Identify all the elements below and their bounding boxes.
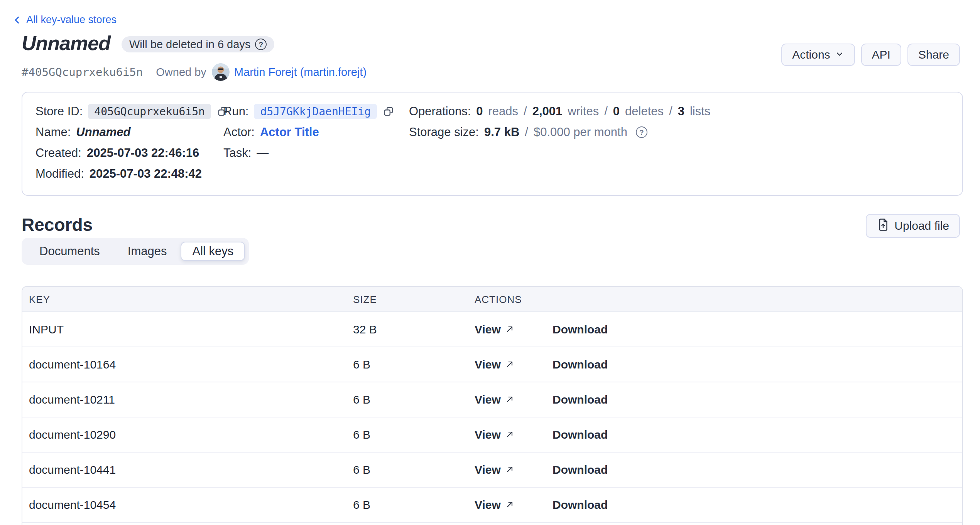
record-key: document-10454	[29, 488, 116, 522]
actions-button[interactable]: Actions	[781, 44, 855, 66]
record-size: 32 B	[353, 312, 377, 347]
upload-file-button[interactable]: Upload file	[866, 214, 960, 238]
view-link[interactable]: View	[475, 358, 514, 371]
record-size: 6 B	[353, 453, 370, 487]
download-link[interactable]: Download	[553, 463, 608, 476]
view-label: View	[475, 393, 501, 406]
tab-documents[interactable]: Documents	[25, 238, 114, 265]
task-label: Task:	[223, 146, 251, 160]
table-row: document-10454 6 B View Download	[22, 488, 962, 523]
storage-cell: Storage size: 9.7 kB / $0.000 per month …	[409, 123, 647, 141]
operations-deletes-value: 0	[613, 104, 620, 118]
share-button[interactable]: Share	[907, 44, 960, 66]
actor-cell: Actor: Actor Title	[223, 123, 319, 141]
name-label: Name:	[35, 125, 71, 139]
view-label: View	[475, 358, 501, 371]
share-button-label: Share	[918, 48, 949, 61]
operations-lists-value: 3	[678, 104, 684, 118]
back-to-stores-link[interactable]: All key-value stores	[12, 14, 117, 26]
store-meta-row: #405GQcuprxeku6i5n Owned by Martin Forej…	[22, 63, 367, 81]
record-size: 6 B	[353, 382, 370, 417]
task-cell: Task: —	[223, 144, 269, 162]
external-link-icon	[505, 393, 514, 406]
download-link[interactable]: Download	[553, 323, 608, 336]
operations-reads-unit: reads	[488, 104, 519, 118]
store-id-hash: #405GQcuprxeku6i5n	[22, 66, 143, 79]
chevron-down-icon	[835, 48, 844, 61]
api-button[interactable]: API	[861, 44, 901, 66]
operations-reads-value: 0	[476, 104, 483, 118]
record-key: document-10211	[29, 382, 115, 417]
download-link[interactable]: Download	[553, 358, 608, 371]
store-info-card: Store ID: 405GQcuprxeku6i5n Run: d5J7GKk…	[22, 92, 963, 196]
tab-all-keys[interactable]: All keys	[181, 242, 245, 261]
separator: /	[524, 104, 527, 118]
run-cell: Run: d5J7GKkjDaenHEIig	[223, 103, 394, 120]
storage-cost-value: $0.000 per month	[534, 125, 627, 139]
view-link[interactable]: View	[475, 323, 514, 336]
column-header-key: KEY	[29, 287, 50, 312]
record-key: document-10290	[29, 417, 116, 452]
page-title: Unnamed	[22, 32, 110, 55]
question-circle-icon[interactable]: ?	[255, 39, 267, 50]
view-link[interactable]: View	[475, 428, 514, 441]
actions-button-label: Actions	[792, 48, 830, 61]
external-link-icon	[505, 498, 514, 512]
back-link-label: All key-value stores	[26, 14, 117, 26]
view-label: View	[475, 463, 501, 476]
api-button-label: API	[872, 48, 890, 61]
modified-cell: Modified: 2025-07-03 22:48:42	[35, 165, 202, 183]
external-link-icon	[505, 358, 514, 371]
task-value: —	[257, 146, 269, 160]
upload-file-label: Upload file	[894, 219, 949, 232]
operations-lists-unit: lists	[690, 104, 710, 118]
external-link-icon	[505, 323, 514, 336]
view-link[interactable]: View	[475, 498, 514, 512]
download-link[interactable]: Download	[553, 428, 608, 441]
actor-label: Actor:	[223, 125, 255, 139]
table-row-partial	[22, 523, 962, 525]
copy-icon[interactable]	[383, 106, 394, 117]
external-link-icon	[505, 463, 514, 476]
operations-writes-value: 2,001	[532, 104, 563, 118]
download-link[interactable]: Download	[553, 498, 608, 512]
store-id-label: Store ID:	[35, 104, 83, 118]
operations-writes-unit: writes	[568, 104, 599, 118]
records-table: KEY SIZE ACTIONS INPUT 32 B View Downloa…	[22, 286, 963, 525]
record-key: document-10441	[29, 453, 116, 487]
modified-label: Modified:	[35, 167, 84, 181]
view-link[interactable]: View	[475, 463, 514, 476]
operations-deletes-unit: deletes	[625, 104, 664, 118]
table-row: document-10164 6 B View Download	[22, 347, 962, 382]
record-size: 6 B	[353, 347, 370, 382]
name-cell: Name: Unnamed	[35, 123, 131, 141]
chevron-left-icon	[12, 15, 22, 25]
record-size: 6 B	[353, 488, 370, 522]
download-link[interactable]: Download	[553, 393, 608, 406]
separator: /	[525, 125, 528, 139]
owner-link[interactable]: Martin Forejt (martin.forejt)	[234, 66, 367, 79]
store-name-value: Unnamed	[76, 125, 130, 139]
storage-size-label: Storage size:	[409, 125, 479, 139]
separator: /	[669, 104, 672, 118]
owner-avatar	[212, 63, 230, 81]
record-key: INPUT	[29, 312, 64, 347]
operations-label: Operations:	[409, 104, 471, 118]
created-label: Created:	[35, 146, 81, 160]
records-tabs: Documents Images All keys	[22, 238, 249, 265]
view-link[interactable]: View	[475, 393, 514, 406]
created-cell: Created: 2025-07-03 22:46:16	[35, 144, 199, 162]
modified-value: 2025-07-03 22:48:42	[90, 167, 202, 181]
table-row: document-10290 6 B View Download	[22, 417, 962, 453]
run-chip[interactable]: d5J7GKkjDaenHEIig	[254, 104, 377, 119]
toolbar: Actions API Share	[781, 44, 960, 66]
owned-by-label: Owned by	[156, 66, 206, 79]
store-id-cell: Store ID: 405GQcuprxeku6i5n	[35, 103, 228, 120]
separator: /	[604, 104, 608, 118]
table-row: document-10211 6 B View Download	[22, 382, 962, 417]
upload-file-icon	[877, 218, 890, 234]
question-circle-icon[interactable]: ?	[636, 126, 647, 138]
actor-link[interactable]: Actor Title	[260, 125, 319, 139]
operations-cell: Operations: 0 reads / 2,001 writes / 0 d…	[409, 103, 710, 120]
tab-images[interactable]: Images	[114, 238, 181, 265]
